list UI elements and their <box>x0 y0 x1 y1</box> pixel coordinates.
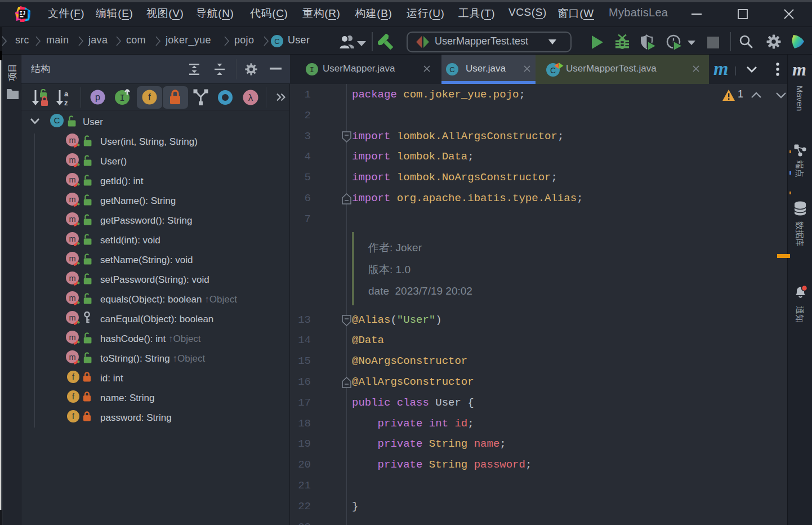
svg-text:C: C <box>550 66 556 75</box>
svg-text:I: I <box>310 66 314 74</box>
svg-text:f: f <box>148 92 151 102</box>
svg-text:C: C <box>449 65 454 74</box>
svg-text:IJ: IJ <box>20 11 26 16</box>
svg-text:λ: λ <box>248 92 253 103</box>
svg-text:p: p <box>95 92 100 102</box>
svg-text:a: a <box>64 90 69 98</box>
svg-text:z: z <box>64 99 68 106</box>
svg-text:C: C <box>274 37 279 46</box>
svg-text:I: I <box>119 94 125 104</box>
